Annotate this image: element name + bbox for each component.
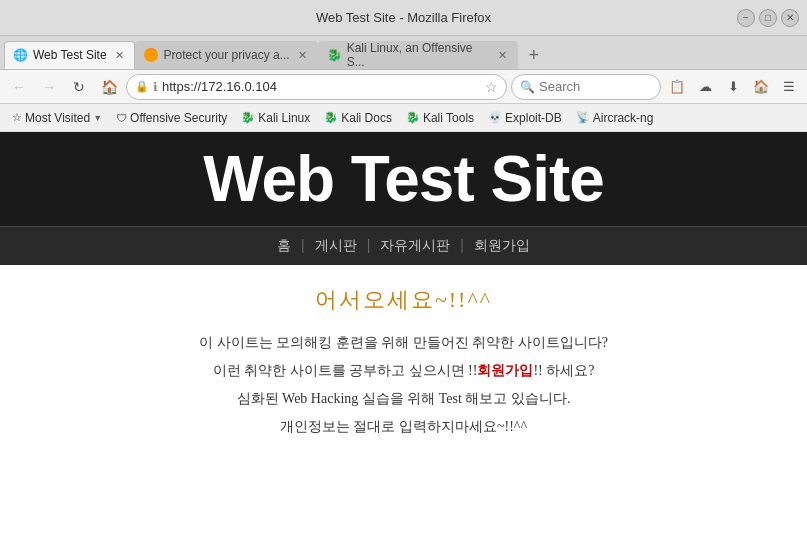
- bookmark-kali-docs[interactable]: 🐉 Kali Docs: [318, 109, 398, 127]
- bookmark-offensive-security[interactable]: 🛡 Offensive Security: [110, 109, 233, 127]
- tab-label-3: Kali Linux, an Offensive S...: [347, 41, 490, 69]
- kali-docs-icon: 🐉: [324, 111, 338, 124]
- korean-title: 어서오세요~!!^^: [20, 285, 787, 315]
- tab-favicon-3: 🐉: [327, 48, 341, 62]
- home-icon[interactable]: 🏠: [749, 75, 773, 99]
- bookmark-aircrack-ng[interactable]: 📡 Aircrack-ng: [570, 109, 660, 127]
- kali-docs-label: Kali Docs: [341, 111, 392, 125]
- search-input[interactable]: [539, 79, 652, 94]
- reload-button[interactable]: ↻: [66, 74, 92, 100]
- nav-item-home[interactable]: 홈: [267, 235, 301, 257]
- window-controls: − □ ✕: [737, 9, 799, 27]
- bookmarks-bar: ☆ Most Visited ▼ 🛡 Offensive Security 🐉 …: [0, 104, 807, 132]
- tab-close-1[interactable]: ✕: [113, 49, 126, 62]
- exploit-db-label: Exploit-DB: [505, 111, 562, 125]
- nav-item-board[interactable]: 게시판: [305, 235, 367, 257]
- body-line-1: 이 사이트는 모의해킹 훈련을 위해 만들어진 취약한 사이트입니다?: [20, 329, 787, 357]
- back-button[interactable]: ←: [6, 74, 32, 100]
- page-title: Web Test Site: [0, 142, 807, 216]
- address-bar[interactable]: 🔒 ℹ ☆: [126, 74, 507, 100]
- body-line-3: 심화된 Web Hacking 실습을 위해 Test 해보고 있습니다.: [20, 385, 787, 413]
- window-title: Web Test Site - Mozilla Firefox: [316, 10, 491, 25]
- page-header: Web Test Site: [0, 132, 807, 226]
- kali-tools-label: Kali Tools: [423, 111, 474, 125]
- page-nav-items: 홈 | 게시판 | 자유게시판 | 회원가입: [0, 235, 807, 257]
- tab-kali-linux[interactable]: 🐉 Kali Linux, an Offensive S... ✕: [318, 41, 518, 69]
- bookmark-most-visited[interactable]: ☆ Most Visited ▼: [6, 109, 108, 127]
- tab-favicon-2: [144, 48, 158, 62]
- new-tab-button[interactable]: +: [520, 41, 548, 69]
- lock-icon: 🔒: [135, 80, 149, 93]
- nav-item-register[interactable]: 회원가입: [464, 235, 540, 257]
- menu-icon[interactable]: ☰: [777, 75, 801, 99]
- bookmark-star-icon[interactable]: ☆: [485, 79, 498, 95]
- aircrack-ng-label: Aircrack-ng: [593, 111, 654, 125]
- info-icon: ℹ: [153, 80, 158, 94]
- body-line-2: 이런 취약한 사이트를 공부하고 싶으시면 !!회원가입!! 하세요?: [20, 357, 787, 385]
- body-line-4: 개인정보는 절대로 입력하지마세요~!!^^: [20, 413, 787, 441]
- home-button[interactable]: 🏠: [96, 74, 122, 100]
- page-nav: 홈 | 게시판 | 자유게시판 | 회원가입: [0, 226, 807, 265]
- offensive-security-icon: 🛡: [116, 112, 127, 124]
- tab-privacy[interactable]: Protect your privacy a... ✕: [135, 41, 318, 69]
- bookmark-kali-linux[interactable]: 🐉 Kali Linux: [235, 109, 316, 127]
- title-bar: Web Test Site - Mozilla Firefox − □ ✕: [0, 0, 807, 36]
- reader-view-icon[interactable]: 📋: [665, 75, 689, 99]
- page-body: 어서오세요~!!^^ 이 사이트는 모의해킹 훈련을 위해 만들어진 취약한 사…: [0, 265, 807, 461]
- search-bar[interactable]: 🔍: [511, 74, 661, 100]
- bookmark-exploit-db[interactable]: 💀 Exploit-DB: [482, 109, 568, 127]
- browser-content: Web Test Site 홈 | 게시판 | 자유게시판 | 회원가입 어서오…: [0, 132, 807, 543]
- most-visited-icon: ☆: [12, 111, 22, 124]
- tab-bar: 🌐 Web Test Site ✕ Protect your privacy a…: [0, 36, 807, 70]
- tab-label-1: Web Test Site: [33, 48, 107, 62]
- tab-close-2[interactable]: ✕: [296, 49, 309, 62]
- nav-icons: 📋 ☁ ⬇ 🏠 ☰: [665, 75, 801, 99]
- nav-item-freeboard[interactable]: 자유게시판: [370, 235, 460, 257]
- aircrack-ng-icon: 📡: [576, 111, 590, 124]
- download-icon[interactable]: ⬇: [721, 75, 745, 99]
- highlight-register: 회원가입: [477, 363, 533, 378]
- kali-linux-icon: 🐉: [241, 111, 255, 124]
- tab-close-3[interactable]: ✕: [496, 49, 509, 62]
- exploit-db-icon: 💀: [488, 111, 502, 124]
- close-button[interactable]: ✕: [781, 9, 799, 27]
- most-visited-label: Most Visited: [25, 111, 90, 125]
- tab-label-2: Protect your privacy a...: [164, 48, 290, 62]
- nav-bar: ← → ↻ 🏠 🔒 ℹ ☆ 🔍 📋 ☁ ⬇ 🏠 ☰: [0, 70, 807, 104]
- search-icon: 🔍: [520, 80, 535, 94]
- forward-button[interactable]: →: [36, 74, 62, 100]
- url-input[interactable]: [162, 79, 481, 94]
- tab-web-test-site[interactable]: 🌐 Web Test Site ✕: [4, 41, 135, 69]
- offensive-security-label: Offensive Security: [130, 111, 227, 125]
- pocket-icon[interactable]: ☁: [693, 75, 717, 99]
- minimize-button[interactable]: −: [737, 9, 755, 27]
- bookmark-kali-tools[interactable]: 🐉 Kali Tools: [400, 109, 480, 127]
- kali-linux-label: Kali Linux: [258, 111, 310, 125]
- most-visited-arrow: ▼: [93, 113, 102, 123]
- maximize-button[interactable]: □: [759, 9, 777, 27]
- tab-favicon-1: 🌐: [13, 48, 27, 62]
- kali-tools-icon: 🐉: [406, 111, 420, 124]
